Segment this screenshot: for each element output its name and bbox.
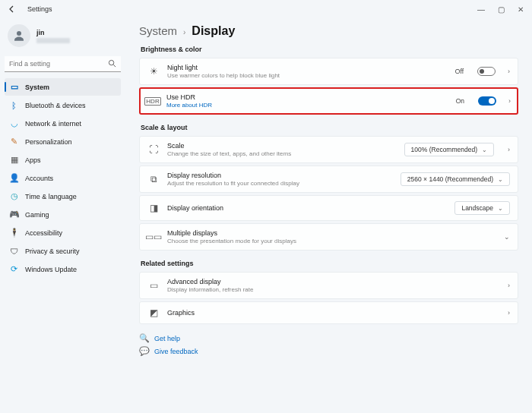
profile[interactable]: jin bbox=[5, 21, 121, 53]
bluetooth-icon: ᛒ bbox=[9, 100, 19, 110]
accessibility-icon: 🕴 bbox=[9, 228, 19, 238]
feedback-icon: 💬 bbox=[139, 346, 150, 356]
gamepad-icon: 🎮 bbox=[9, 210, 19, 219]
nav-personalization[interactable]: ✎Personalization bbox=[5, 133, 121, 150]
scale-select[interactable]: 100% (Recommended)⌄ bbox=[404, 143, 494, 156]
night-light-toggle[interactable] bbox=[477, 67, 496, 76]
nav-system[interactable]: ▭System bbox=[5, 78, 121, 96]
resolution-icon: ⧉ bbox=[147, 174, 160, 184]
resolution-select[interactable]: 2560 × 1440 (Recommended)⌄ bbox=[401, 172, 510, 186]
person-icon: 👤 bbox=[9, 173, 19, 183]
chevron-down-icon: ⌄ bbox=[498, 205, 503, 212]
graphics-icon: ◩ bbox=[147, 307, 160, 318]
svg-line-2 bbox=[113, 65, 116, 67]
give-feedback-link[interactable]: 💬Give feedback bbox=[139, 345, 518, 358]
orientation-icon: ◨ bbox=[147, 203, 160, 213]
nav-update[interactable]: ⟳Windows Update bbox=[5, 260, 121, 278]
nav-accounts[interactable]: 👤Accounts bbox=[5, 169, 121, 187]
breadcrumb: System › Display bbox=[139, 24, 518, 38]
nav-bluetooth[interactable]: ᛒBluetooth & devices bbox=[5, 96, 121, 114]
apps-icon: ▦ bbox=[9, 155, 19, 165]
card-advanced-display[interactable]: ▭ Advanced display Display information, … bbox=[139, 272, 518, 299]
get-help-link[interactable]: 🔍Get help bbox=[139, 332, 518, 345]
section-scale: Scale & layout bbox=[141, 124, 518, 131]
chevron-right-icon[interactable]: › bbox=[508, 282, 510, 289]
chevron-right-icon[interactable]: › bbox=[508, 97, 511, 105]
displays-icon: ▭▭ bbox=[147, 232, 160, 242]
window-title: Settings bbox=[27, 5, 52, 13]
night-light-state: Off bbox=[455, 68, 464, 75]
breadcrumb-parent[interactable]: System bbox=[139, 24, 177, 37]
svg-point-1 bbox=[109, 60, 113, 65]
monitor-icon: ▭ bbox=[147, 280, 160, 291]
hdr-icon: HDR bbox=[147, 97, 159, 106]
minimize-button[interactable]: — bbox=[477, 5, 485, 13]
nav-apps[interactable]: ▦Apps bbox=[5, 151, 121, 169]
chevron-right-icon[interactable]: › bbox=[508, 309, 510, 317]
chevron-down-icon: ⌄ bbox=[498, 176, 503, 183]
hdr-toggle[interactable] bbox=[478, 96, 496, 106]
nav-time[interactable]: ◷Time & language bbox=[5, 188, 121, 205]
section-related: Related settings bbox=[141, 260, 518, 267]
orientation-select[interactable]: Landscape⌄ bbox=[454, 201, 510, 215]
maximize-button[interactable]: ▢ bbox=[497, 5, 505, 13]
profile-name: jin bbox=[36, 29, 70, 36]
shield-icon: 🛡 bbox=[9, 246, 19, 256]
avatar bbox=[8, 24, 30, 47]
profile-email-redacted bbox=[36, 38, 70, 43]
back-button[interactable] bbox=[5, 2, 20, 17]
close-button[interactable]: ✕ bbox=[517, 5, 524, 13]
system-icon: ▭ bbox=[9, 82, 19, 92]
search-icon bbox=[108, 59, 116, 69]
card-orientation[interactable]: ◨ Display orientation Landscape⌄ bbox=[139, 195, 518, 221]
nav-network[interactable]: ◡Network & internet bbox=[5, 115, 121, 132]
update-icon: ⟳ bbox=[9, 264, 19, 274]
chevron-right-icon[interactable]: › bbox=[508, 146, 510, 153]
section-brightness: Brightness & color bbox=[141, 46, 518, 53]
search-input[interactable] bbox=[5, 56, 121, 72]
card-scale[interactable]: ⛶ Scale Change the size of text, apps, a… bbox=[139, 136, 518, 163]
chevron-right-icon: › bbox=[183, 28, 185, 36]
card-resolution[interactable]: ⧉ Display resolution Adjust the resoluti… bbox=[139, 166, 518, 193]
chevron-down-icon[interactable]: ⌄ bbox=[504, 233, 510, 241]
nav-gaming[interactable]: 🎮Gaming bbox=[5, 206, 121, 223]
card-multiple-displays[interactable]: ▭▭ Multiple displays Choose the presenta… bbox=[139, 223, 518, 251]
nav-privacy[interactable]: 🛡Privacy & security bbox=[5, 242, 121, 260]
hdr-state: On bbox=[456, 97, 464, 105]
main-content: System › Display Brightness & color ☀ Ni… bbox=[125, 18, 532, 413]
brush-icon: ✎ bbox=[9, 137, 19, 147]
nav-accessibility[interactable]: 🕴Accessibility bbox=[5, 224, 121, 241]
nav-list: ▭System ᛒBluetooth & devices ◡Network & … bbox=[5, 78, 121, 279]
clock-icon: ◷ bbox=[9, 191, 19, 201]
chevron-right-icon[interactable]: › bbox=[508, 68, 510, 75]
scale-icon: ⛶ bbox=[147, 144, 160, 155]
titlebar: Settings — ▢ ✕ bbox=[0, 0, 532, 18]
card-hdr[interactable]: HDR Use HDR More about HDR On › bbox=[139, 87, 518, 115]
chevron-down-icon: ⌄ bbox=[482, 147, 487, 153]
card-graphics[interactable]: ◩ Graphics › bbox=[139, 301, 518, 324]
wifi-icon: ◡ bbox=[9, 118, 19, 128]
sidebar: jin ▭System ᛒBluetooth & devices ◡Networ… bbox=[0, 18, 125, 413]
sun-icon: ☀ bbox=[147, 66, 160, 77]
card-night-light[interactable]: ☀ Night light Use warmer colors to help … bbox=[139, 58, 518, 85]
search-box[interactable] bbox=[5, 56, 121, 72]
svg-point-0 bbox=[17, 31, 21, 36]
help-icon: 🔍 bbox=[139, 333, 150, 343]
breadcrumb-current: Display bbox=[192, 24, 235, 38]
more-about-hdr-link[interactable]: More about HDR bbox=[166, 102, 448, 109]
